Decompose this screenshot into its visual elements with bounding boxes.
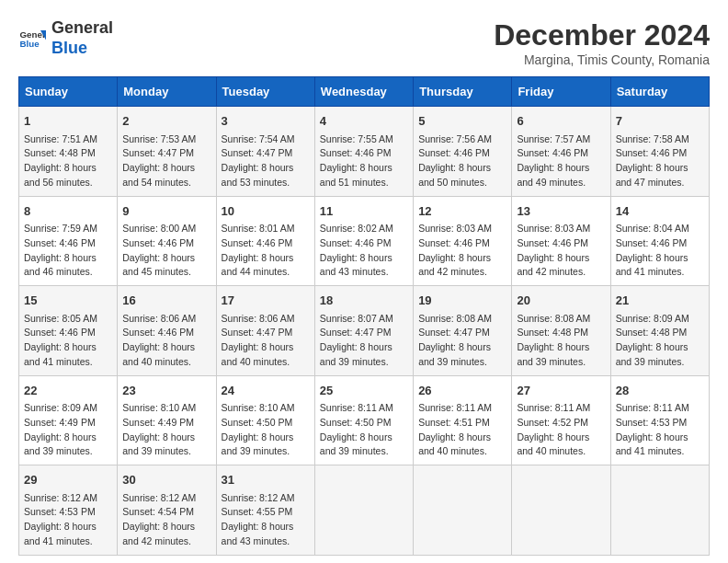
calendar-week-row: 22Sunrise: 8:09 AM Sunset: 4:49 PM Dayli… xyxy=(19,375,710,465)
location-subtitle: Margina, Timis County, Romania xyxy=(494,52,710,67)
weekday-header: Friday xyxy=(512,77,610,107)
calendar-week-row: 15Sunrise: 8:05 AM Sunset: 4:46 PM Dayli… xyxy=(19,286,710,376)
calendar-cell: 8Sunrise: 7:59 AM Sunset: 4:46 PM Daylig… xyxy=(19,196,118,286)
day-info: Sunrise: 8:11 AM Sunset: 4:50 PM Dayligh… xyxy=(320,401,408,459)
day-number: 1 xyxy=(24,112,112,131)
day-info: Sunrise: 7:57 AM Sunset: 4:46 PM Dayligh… xyxy=(517,132,605,190)
day-info: Sunrise: 7:51 AM Sunset: 4:48 PM Dayligh… xyxy=(24,132,112,190)
calendar-cell: 13Sunrise: 8:03 AM Sunset: 4:46 PM Dayli… xyxy=(512,196,610,286)
day-info: Sunrise: 8:12 AM Sunset: 4:54 PM Dayligh… xyxy=(122,491,210,549)
calendar-cell: 6Sunrise: 7:57 AM Sunset: 4:46 PM Daylig… xyxy=(512,107,610,197)
day-number: 13 xyxy=(517,202,605,221)
day-number: 4 xyxy=(320,112,408,131)
calendar-cell: 1Sunrise: 7:51 AM Sunset: 4:48 PM Daylig… xyxy=(19,107,118,197)
calendar-cell: 2Sunrise: 7:53 AM Sunset: 4:47 PM Daylig… xyxy=(118,107,216,197)
calendar-cell: 30Sunrise: 8:12 AM Sunset: 4:54 PM Dayli… xyxy=(118,465,216,556)
day-info: Sunrise: 8:12 AM Sunset: 4:53 PM Dayligh… xyxy=(24,491,112,549)
calendar-table: SundayMondayTuesdayWednesdayThursdayFrid… xyxy=(18,76,710,556)
calendar-cell: 27Sunrise: 8:11 AM Sunset: 4:52 PM Dayli… xyxy=(512,375,610,465)
calendar-week-row: 8Sunrise: 7:59 AM Sunset: 4:46 PM Daylig… xyxy=(19,196,710,286)
day-info: Sunrise: 7:58 AM Sunset: 4:46 PM Dayligh… xyxy=(616,132,704,190)
logo-line1: General xyxy=(51,18,113,39)
weekday-header: Saturday xyxy=(610,77,709,107)
weekday-header-row: SundayMondayTuesdayWednesdayThursdayFrid… xyxy=(19,77,710,107)
day-info: Sunrise: 8:04 AM Sunset: 4:46 PM Dayligh… xyxy=(616,222,704,280)
day-number: 11 xyxy=(320,202,408,221)
calendar-cell: 3Sunrise: 7:54 AM Sunset: 4:47 PM Daylig… xyxy=(216,107,314,197)
calendar-cell xyxy=(314,465,413,556)
day-number: 16 xyxy=(122,292,210,310)
day-number: 30 xyxy=(122,471,210,489)
day-number: 10 xyxy=(222,202,310,221)
day-info: Sunrise: 7:56 AM Sunset: 4:46 PM Dayligh… xyxy=(418,132,506,190)
title-block: December 2024 Margina, Timis County, Rom… xyxy=(494,18,710,67)
day-number: 23 xyxy=(122,382,210,400)
logo: General Blue General Blue xyxy=(18,18,113,58)
calendar-cell: 12Sunrise: 8:03 AM Sunset: 4:46 PM Dayli… xyxy=(414,196,512,286)
calendar-cell: 25Sunrise: 8:11 AM Sunset: 4:50 PM Dayli… xyxy=(314,375,413,465)
calendar-cell: 17Sunrise: 8:06 AM Sunset: 4:47 PM Dayli… xyxy=(216,286,314,376)
calendar-cell: 9Sunrise: 8:00 AM Sunset: 4:46 PM Daylig… xyxy=(118,196,216,286)
calendar-cell: 15Sunrise: 8:05 AM Sunset: 4:46 PM Dayli… xyxy=(19,286,118,376)
day-info: Sunrise: 8:01 AM Sunset: 4:46 PM Dayligh… xyxy=(222,222,310,280)
day-number: 2 xyxy=(122,112,210,131)
day-number: 26 xyxy=(418,382,506,400)
day-number: 5 xyxy=(418,112,506,131)
day-info: Sunrise: 8:11 AM Sunset: 4:52 PM Dayligh… xyxy=(517,401,605,459)
day-number: 7 xyxy=(616,112,704,131)
day-info: Sunrise: 8:03 AM Sunset: 4:46 PM Dayligh… xyxy=(517,222,605,280)
day-info: Sunrise: 7:55 AM Sunset: 4:46 PM Dayligh… xyxy=(320,132,408,190)
day-number: 19 xyxy=(418,292,506,310)
day-number: 3 xyxy=(222,112,310,131)
calendar-cell: 31Sunrise: 8:12 AM Sunset: 4:55 PM Dayli… xyxy=(216,465,314,556)
calendar-cell: 21Sunrise: 8:09 AM Sunset: 4:48 PM Dayli… xyxy=(610,286,709,376)
calendar-cell: 11Sunrise: 8:02 AM Sunset: 4:46 PM Dayli… xyxy=(314,196,413,286)
day-info: Sunrise: 8:10 AM Sunset: 4:49 PM Dayligh… xyxy=(122,401,210,459)
logo-icon: General Blue xyxy=(18,25,46,52)
day-info: Sunrise: 8:08 AM Sunset: 4:47 PM Dayligh… xyxy=(418,312,506,370)
calendar-cell: 20Sunrise: 8:08 AM Sunset: 4:48 PM Dayli… xyxy=(512,286,610,376)
day-info: Sunrise: 7:53 AM Sunset: 4:47 PM Dayligh… xyxy=(122,132,210,190)
calendar-cell: 28Sunrise: 8:11 AM Sunset: 4:53 PM Dayli… xyxy=(610,375,709,465)
day-info: Sunrise: 8:12 AM Sunset: 4:55 PM Dayligh… xyxy=(222,491,310,549)
weekday-header: Monday xyxy=(118,77,216,107)
day-number: 27 xyxy=(517,382,605,400)
day-number: 12 xyxy=(418,202,506,221)
calendar-cell: 22Sunrise: 8:09 AM Sunset: 4:49 PM Dayli… xyxy=(19,375,118,465)
weekday-header: Sunday xyxy=(19,77,118,107)
day-number: 14 xyxy=(616,202,704,221)
day-info: Sunrise: 7:54 AM Sunset: 4:47 PM Dayligh… xyxy=(222,132,310,190)
calendar-cell: 16Sunrise: 8:06 AM Sunset: 4:46 PM Dayli… xyxy=(118,286,216,376)
logo-line2: Blue xyxy=(51,39,113,59)
month-title: December 2024 xyxy=(494,18,710,52)
svg-text:Blue: Blue xyxy=(20,39,40,49)
day-info: Sunrise: 8:11 AM Sunset: 4:53 PM Dayligh… xyxy=(616,401,704,459)
day-info: Sunrise: 7:59 AM Sunset: 4:46 PM Dayligh… xyxy=(24,222,112,280)
calendar-cell: 29Sunrise: 8:12 AM Sunset: 4:53 PM Dayli… xyxy=(19,465,118,556)
calendar-cell: 23Sunrise: 8:10 AM Sunset: 4:49 PM Dayli… xyxy=(118,375,216,465)
calendar-cell xyxy=(512,465,610,556)
calendar-cell xyxy=(414,465,512,556)
day-number: 22 xyxy=(24,382,112,400)
day-number: 15 xyxy=(24,292,112,310)
day-number: 20 xyxy=(517,292,605,310)
day-info: Sunrise: 8:08 AM Sunset: 4:48 PM Dayligh… xyxy=(517,312,605,370)
calendar-cell: 14Sunrise: 8:04 AM Sunset: 4:46 PM Dayli… xyxy=(610,196,709,286)
day-info: Sunrise: 8:11 AM Sunset: 4:51 PM Dayligh… xyxy=(418,401,506,459)
weekday-header: Thursday xyxy=(414,77,512,107)
day-info: Sunrise: 8:06 AM Sunset: 4:46 PM Dayligh… xyxy=(122,312,210,370)
day-number: 18 xyxy=(320,292,408,310)
calendar-cell: 4Sunrise: 7:55 AM Sunset: 4:46 PM Daylig… xyxy=(314,107,413,197)
calendar-cell xyxy=(610,465,709,556)
day-number: 28 xyxy=(616,382,704,400)
calendar-cell: 5Sunrise: 7:56 AM Sunset: 4:46 PM Daylig… xyxy=(414,107,512,197)
calendar-cell: 24Sunrise: 8:10 AM Sunset: 4:50 PM Dayli… xyxy=(216,375,314,465)
calendar-cell: 26Sunrise: 8:11 AM Sunset: 4:51 PM Dayli… xyxy=(414,375,512,465)
day-number: 17 xyxy=(222,292,310,310)
calendar-cell: 19Sunrise: 8:08 AM Sunset: 4:47 PM Dayli… xyxy=(414,286,512,376)
page-header: General Blue General Blue December 2024 … xyxy=(18,18,710,67)
day-info: Sunrise: 8:03 AM Sunset: 4:46 PM Dayligh… xyxy=(418,222,506,280)
day-number: 29 xyxy=(24,471,112,489)
calendar-cell: 18Sunrise: 8:07 AM Sunset: 4:47 PM Dayli… xyxy=(314,286,413,376)
day-info: Sunrise: 8:02 AM Sunset: 4:46 PM Dayligh… xyxy=(320,222,408,280)
